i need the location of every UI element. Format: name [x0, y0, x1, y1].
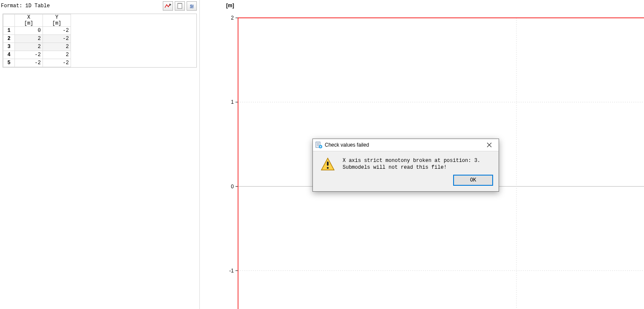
svg-text:-1: -1 [229, 268, 234, 274]
dialog-app-icon [315, 142, 322, 148]
cell-x[interactable]: -2 [15, 51, 43, 59]
svg-rect-0 [178, 3, 182, 9]
toolbar: SI [163, 1, 197, 11]
svg-rect-20 [327, 162, 329, 166]
svg-point-21 [327, 167, 329, 169]
svg-text:1: 1 [231, 99, 234, 105]
cell-y[interactable]: -2 [43, 27, 71, 35]
format-label: Format: 1D Table [1, 3, 50, 9]
left-panel: Format: 1D Table SI X[m] Y [0, 0, 200, 309]
ok-button[interactable]: OK [454, 175, 493, 185]
table-row[interactable]: 4-22 [3, 51, 71, 59]
table-row[interactable]: 10-2 [3, 27, 71, 35]
dialog-close-button[interactable] [482, 140, 497, 150]
row-index: 2 [3, 35, 15, 43]
row-index: 4 [3, 51, 15, 59]
dialog-titlebar[interactable]: Check values failed [313, 139, 499, 151]
table-row[interactable]: 22-2 [3, 35, 71, 43]
plot-settings-button[interactable] [163, 1, 173, 11]
dialog-message: X axis strict monotony broken at positio… [343, 157, 480, 172]
row-index: 5 [3, 59, 15, 67]
close-icon [487, 142, 492, 147]
cell-y[interactable]: 2 [43, 51, 71, 59]
col-header-y[interactable]: Y[m] [43, 14, 71, 27]
svg-text:2: 2 [231, 15, 234, 21]
cell-y[interactable]: -2 [43, 59, 71, 67]
table-row[interactable]: 5-2-2 [3, 59, 71, 67]
row-header-blank [3, 14, 15, 27]
svg-text:0: 0 [231, 184, 234, 190]
data-table[interactable]: X[m] Y[m] 10-222-23224-225-2-2 [3, 14, 197, 68]
warning-icon [321, 157, 335, 172]
plot-icon [165, 3, 171, 9]
cell-y[interactable]: 2 [43, 43, 71, 51]
row-index: 1 [3, 27, 15, 35]
row-index: 3 [3, 43, 15, 51]
notes-button[interactable] [175, 1, 185, 11]
cell-x[interactable]: 2 [15, 43, 43, 51]
cell-y[interactable]: -2 [43, 35, 71, 43]
col-header-x[interactable]: X[m] [15, 14, 43, 27]
notes-icon [177, 3, 183, 9]
si-units-button[interactable]: SI [187, 1, 197, 11]
y-axis-title: [m] [226, 3, 234, 9]
error-dialog: Check values failed X axis strict monoto… [312, 139, 499, 192]
cell-x[interactable]: -2 [15, 59, 43, 67]
cell-x[interactable]: 2 [15, 35, 43, 43]
si-icon: SI [190, 4, 194, 8]
dialog-title: Check values failed [325, 142, 369, 148]
cell-x[interactable]: 0 [15, 27, 43, 35]
table-row[interactable]: 322 [3, 43, 71, 51]
